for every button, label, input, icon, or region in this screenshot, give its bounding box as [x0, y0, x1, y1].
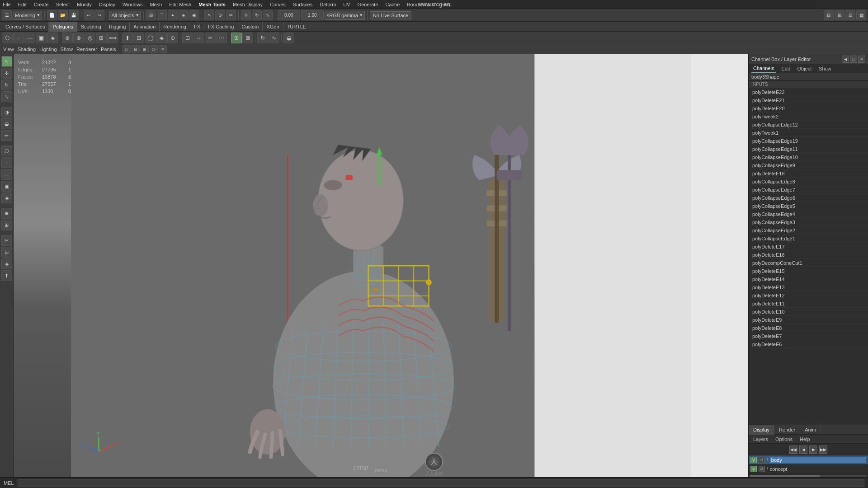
ch-item-13[interactable]: polyCollapseEdge6: [749, 194, 868, 202]
panel-toggle-2[interactable]: ⊞: [835, 10, 844, 20]
ch-item-21[interactable]: polyDecompConeCut1: [749, 259, 868, 267]
rotate-tool-left[interactable]: ↻: [1, 80, 12, 90]
channel-list[interactable]: polyDeleteE22 polyDeleteE21 polyDeleteE2…: [749, 88, 868, 425]
ch-item-4[interactable]: polyCollapseEdge12: [749, 121, 868, 129]
show-btn[interactable]: Show: [59, 44, 75, 54]
mesh-separate-btn[interactable]: ⊗: [73, 33, 84, 43]
select-obj-icon-btn[interactable]: ⬡: [2, 33, 13, 43]
tab-polygons[interactable]: Polygons: [49, 22, 77, 32]
ch-item-16[interactable]: polyCollapseEdge3: [749, 218, 868, 226]
ch-item-28[interactable]: polyDeleteE9: [749, 316, 868, 324]
ch-item-25[interactable]: polyDeleteE12: [749, 291, 868, 300]
sculpt-btn[interactable]: ◒: [283, 33, 294, 43]
tab-rendering[interactable]: Rendering: [160, 22, 190, 32]
extrude-btn[interactable]: ⬆: [122, 33, 133, 43]
loop-cut-btn[interactable]: ⊡: [182, 33, 193, 43]
face-mode-left[interactable]: ▣: [1, 181, 12, 192]
tab-fx-caching[interactable]: FX Caching: [204, 22, 238, 32]
panels-btn[interactable]: Panels: [99, 44, 118, 54]
menu-cache[interactable]: Cache: [384, 2, 401, 7]
ch-item-17[interactable]: polyCollapseEdge2: [749, 226, 868, 235]
ch-item-20[interactable]: polyDeleteE16: [749, 251, 868, 259]
menu-deform[interactable]: Deform: [319, 2, 337, 7]
new-scene-btn[interactable]: 📄: [47, 10, 57, 20]
snap-point-btn[interactable]: ●: [168, 10, 178, 20]
num-input-2[interactable]: 1.00: [301, 10, 324, 20]
ch-item-14[interactable]: polyCollapseEdge5: [749, 202, 868, 210]
ch-item-23[interactable]: polyDeleteE14: [749, 275, 868, 283]
select-objects-dropdown[interactable]: All objects▾: [109, 11, 141, 20]
ch-item-19[interactable]: polyDeleteE17: [749, 243, 868, 251]
menu-windows[interactable]: Windows: [122, 2, 144, 7]
shading-btn[interactable]: Shading: [16, 44, 37, 54]
redo-btn[interactable]: ↪: [94, 10, 104, 20]
ch-item-11[interactable]: polyCollapseEdge8: [749, 178, 868, 186]
ch-item-8[interactable]: polyCollapseEdge10: [749, 153, 868, 161]
multi-cut-left[interactable]: ✂: [1, 235, 12, 246]
menu-create[interactable]: Create: [33, 2, 50, 7]
lighting-btn[interactable]: Lighting: [38, 44, 58, 54]
ch-item-18[interactable]: polyCollapseEdge1: [749, 235, 868, 243]
merge-btn[interactable]: ⊙: [167, 33, 178, 43]
move-tool-btn[interactable]: ✛: [241, 10, 251, 20]
menu-edit-mesh[interactable]: Edit Mesh: [168, 2, 192, 7]
tab-custom[interactable]: Custom: [238, 22, 263, 32]
connect-btn[interactable]: ⋯: [216, 33, 227, 43]
renderer-btn[interactable]: Renderer: [75, 44, 99, 54]
modeling-dropdown[interactable]: Modeling▾: [13, 11, 42, 20]
paint-select-btn[interactable]: ✏: [226, 10, 236, 20]
select-vertex-icon-btn[interactable]: ·: [13, 33, 24, 43]
ch-item-22[interactable]: polyDeleteE15: [749, 267, 868, 275]
prev-single-btn[interactable]: ◀: [799, 446, 807, 454]
ch-item-10[interactable]: polyDeleteE18: [749, 169, 868, 178]
layer-p-concept[interactable]: P: [759, 466, 765, 472]
undo-btn[interactable]: ↩: [84, 10, 94, 20]
snap-live-btn[interactable]: ◉: [189, 10, 199, 20]
menu-curves[interactable]: Curves: [269, 2, 287, 7]
ch-item-1[interactable]: polyDeleteE21: [749, 96, 868, 104]
tab-sculpting[interactable]: Sculpting: [77, 22, 105, 32]
tab-turtle[interactable]: TURTLE: [283, 22, 311, 32]
tab-xgen[interactable]: XGen: [263, 22, 283, 32]
ch-item-26[interactable]: polyDeleteE11: [749, 300, 868, 308]
select-face-icon-btn[interactable]: ▣: [36, 33, 47, 43]
panel-toggle-3[interactable]: ⊡: [845, 10, 855, 20]
component-mode-left[interactable]: ⬡: [1, 145, 12, 156]
scale-tool-left[interactable]: ⤡: [1, 91, 12, 102]
mesh-combine-btn[interactable]: ⊕: [62, 33, 73, 43]
snap-grid-left[interactable]: ⊞: [1, 220, 12, 230]
ch-item-5[interactable]: polyTweak1: [749, 129, 868, 137]
no-live-surface-btn[interactable]: No Live Surface: [370, 11, 411, 19]
ch-item-31[interactable]: polyDeleteE6: [749, 340, 868, 348]
offset-edgeloop-btn[interactable]: ⊠: [242, 33, 253, 43]
menu-uv[interactable]: UV: [342, 2, 351, 7]
view-btn[interactable]: View: [2, 44, 15, 54]
spin-edge-btn[interactable]: ↻: [257, 33, 268, 43]
ch-item-6[interactable]: polyCollapseEdge19: [749, 137, 868, 145]
panel-detach-btn[interactable]: ✕: [858, 56, 865, 63]
panel-expand-btn[interactable]: □: [850, 56, 857, 63]
menu-file[interactable]: File: [2, 2, 12, 7]
view-icon-1[interactable]: □: [123, 45, 131, 53]
menu-edit[interactable]: Edit: [17, 2, 28, 7]
ch-item-0[interactable]: polyDeleteE22: [749, 88, 868, 96]
scale-tool-btn[interactable]: ⤡: [263, 10, 273, 20]
edit-tab[interactable]: Edit: [779, 65, 792, 72]
viewport[interactable]: 人人素材 RRCG 人人素材 RRCG 人人素材 RRCG Verts: 213…: [14, 54, 748, 477]
mesh-booleans-btn[interactable]: ⊞: [96, 33, 107, 43]
layer-entry-concept[interactable]: V P / concept: [749, 465, 868, 474]
menu-mesh[interactable]: Mesh: [149, 2, 163, 7]
display-tab[interactable]: Display: [749, 425, 774, 435]
layer-entry-body[interactable]: V P /: [749, 455, 868, 465]
ch-item-2[interactable]: polyDeleteE20: [749, 104, 868, 113]
mesh-smooth-btn[interactable]: ◎: [85, 33, 95, 43]
ch-item-29[interactable]: polyDeleteE8: [749, 324, 868, 332]
select-edge-icon-btn[interactable]: —: [24, 33, 35, 43]
next-btn[interactable]: ▶▶: [819, 446, 827, 454]
panel-close-btn[interactable]: ◀: [842, 56, 849, 63]
knife-btn[interactable]: ✂: [205, 33, 216, 43]
extrude-left[interactable]: ⬆: [1, 270, 12, 281]
channels-tab[interactable]: Channels: [751, 65, 776, 73]
edge-mode-left[interactable]: —: [1, 169, 12, 180]
color-space-dropdown[interactable]: sRGB gamma▾: [325, 11, 365, 20]
